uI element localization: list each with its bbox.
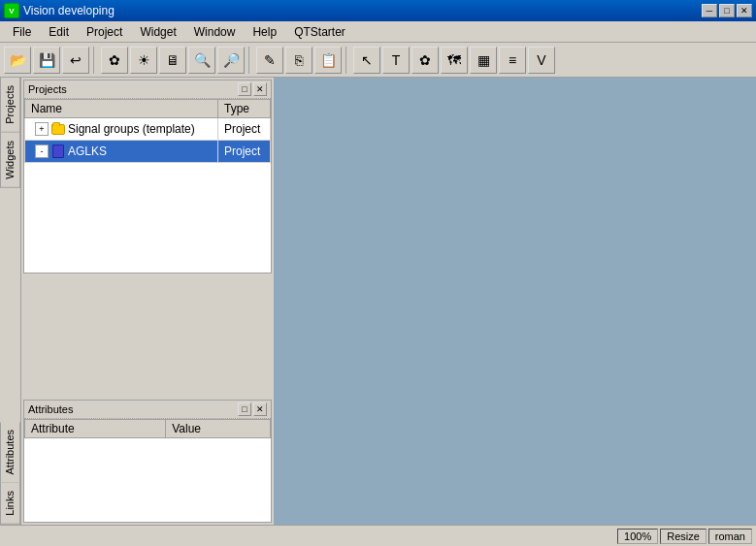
- tree-row-aglks[interactable]: - AGLKS: [31, 143, 212, 160]
- maximize-button[interactable]: □: [719, 4, 735, 17]
- widget2-icon[interactable]: 🗺: [441, 47, 468, 74]
- user-status: roman: [708, 529, 752, 544]
- attributes-panel-title-bar: Attributes □ ✕: [24, 401, 271, 419]
- main-area: Projects Widgets Attributes Links Projec…: [0, 78, 756, 525]
- projects-panel: Projects □ ✕ Name Type: [23, 80, 272, 273]
- minimize-button[interactable]: ─: [702, 4, 717, 17]
- menu-bar: FileEditProjectWidgetWindowHelpQTStarter: [0, 21, 756, 43]
- undo-icon[interactable]: ↩: [62, 47, 89, 74]
- status-bar: 100% Resize roman: [0, 525, 756, 546]
- aglks-type: Project: [218, 141, 271, 163]
- projects-col-type: Type: [218, 100, 271, 118]
- attr-col-attribute: Attribute: [25, 419, 166, 437]
- window-controls: ─ □ ✕: [702, 4, 752, 17]
- value-icon[interactable]: V: [528, 47, 555, 74]
- content-area: [274, 78, 756, 525]
- open-icon[interactable]: 📂: [4, 47, 31, 74]
- menu-item-help[interactable]: Help: [244, 22, 285, 42]
- projects-close-button[interactable]: ✕: [253, 82, 267, 96]
- save-icon[interactable]: 💾: [33, 47, 60, 74]
- folder-icon: [50, 122, 66, 136]
- text-icon[interactable]: T: [382, 47, 410, 74]
- zoom-status: 100%: [617, 529, 658, 544]
- expand-signal[interactable]: +: [35, 122, 49, 136]
- book-icon: [50, 145, 66, 158]
- table-row[interactable]: + Signal groups (template) Project: [25, 118, 271, 141]
- attributes-panel-body: Attribute Value: [24, 419, 271, 523]
- copy-icon[interactable]: ⎘: [285, 47, 312, 74]
- left-tabs: Projects Widgets Attributes Links: [0, 78, 21, 525]
- signal-groups-type: Project: [218, 118, 271, 141]
- aglks-label: AGLKS: [68, 145, 107, 158]
- cursor-icon[interactable]: ↖: [353, 47, 380, 74]
- attributes-panel: Attributes □ ✕ Attribute Value: [23, 400, 272, 524]
- attributes-tab[interactable]: Attributes: [0, 422, 20, 483]
- projects-restore-button[interactable]: □: [238, 82, 251, 96]
- signal-groups-label: Signal groups (template): [68, 122, 195, 136]
- title-bar: V Vision developing ─ □ ✕: [0, 0, 756, 21]
- toolbar-separator: [93, 47, 97, 74]
- projects-panel-title-bar: Projects □ ✕: [24, 80, 271, 99]
- menu-item-edit[interactable]: Edit: [40, 22, 78, 42]
- widget1-icon[interactable]: ✿: [411, 47, 439, 74]
- attr-col-value: Value: [166, 419, 271, 437]
- menu-item-project[interactable]: Project: [78, 22, 131, 42]
- menu-item-file[interactable]: File: [4, 22, 40, 42]
- expand-aglks[interactable]: -: [35, 145, 49, 158]
- attributes-panel-title: Attributes: [28, 403, 73, 415]
- attributes-panel-buttons: □ ✕: [238, 402, 267, 416]
- links-tab[interactable]: Links: [0, 483, 20, 525]
- toolbar: 📂💾↩✿☀🖥🔍🔎✎⎘📋↖T✿🗺▦≡V: [0, 43, 756, 78]
- edit-icon[interactable]: ✎: [256, 47, 283, 74]
- attributes-restore-button[interactable]: □: [238, 402, 251, 416]
- menu-item-widget[interactable]: Widget: [131, 22, 184, 42]
- projects-table: Name Type +: [24, 99, 271, 163]
- menu-item-window[interactable]: Window: [185, 22, 245, 42]
- paste-icon[interactable]: 📋: [314, 47, 342, 74]
- projects-tab[interactable]: Projects: [0, 78, 20, 133]
- close-button[interactable]: ✕: [737, 4, 752, 17]
- table-row[interactable]: - AGLKS Project: [25, 141, 271, 163]
- app-icon: V: [4, 3, 19, 18]
- list-icon[interactable]: ≡: [499, 47, 526, 74]
- attributes-close-button[interactable]: ✕: [253, 402, 267, 416]
- screen-icon[interactable]: 🖥: [159, 47, 186, 74]
- tree-row-signal[interactable]: + Signal groups (template): [31, 120, 212, 138]
- projects-col-name: Name: [25, 100, 218, 118]
- zoom-icon[interactable]: 🔎: [217, 47, 245, 74]
- table-icon[interactable]: ▦: [470, 47, 497, 74]
- mode-status: Resize: [660, 529, 707, 544]
- attributes-table: Attribute Value: [24, 419, 271, 438]
- flower-icon[interactable]: ✿: [101, 47, 128, 74]
- menu-item-qtstarter[interactable]: QTStarter: [285, 22, 354, 42]
- widgets-tab[interactable]: Widgets: [0, 133, 20, 188]
- projects-panel-buttons: □ ✕: [238, 82, 267, 96]
- app-title: Vision developing: [23, 4, 698, 17]
- panels-area: Projects □ ✕ Name Type: [21, 78, 274, 525]
- projects-panel-title: Projects: [28, 83, 67, 95]
- toolbar-separator: [248, 47, 252, 74]
- sun-icon[interactable]: ☀: [130, 47, 157, 74]
- projects-panel-body: Name Type +: [24, 99, 271, 273]
- search-icon[interactable]: 🔍: [188, 47, 215, 74]
- toolbar-separator: [345, 47, 349, 74]
